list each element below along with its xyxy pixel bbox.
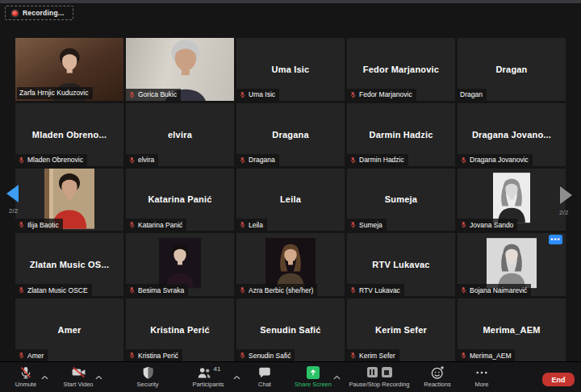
- participant-photo: [493, 173, 530, 223]
- participant-name-tag: RTV Lukavac: [347, 284, 404, 296]
- muted-mic-icon: [18, 221, 25, 228]
- muted-mic-icon: [239, 156, 246, 164]
- participant-name-label: Katarina Panić: [138, 221, 182, 229]
- tile-kristina-peri[interactable]: Kristina PerićKristina Perić: [126, 298, 234, 361]
- participants-caret-icon[interactable]: [233, 369, 240, 383]
- muted-mic-icon: [349, 352, 357, 359]
- tile-jovana-sando[interactable]: Jovana Sando: [458, 169, 566, 231]
- muted-mic-icon: [239, 286, 246, 294]
- muted-mic-icon: [18, 286, 25, 294]
- tile-ilija-baotic[interactable]: Ilija Baotic: [15, 169, 123, 231]
- recording-label: Recording...: [23, 9, 65, 17]
- participant-name-label: Dragan: [460, 90, 483, 98]
- participant-photo: [487, 238, 537, 288]
- participant-name-label: Leila: [249, 221, 263, 229]
- pause-stop-recording-button[interactable]: Pause/Stop Recording: [336, 362, 423, 392]
- participant-name-label: Fedor Marjanovic: [359, 90, 412, 98]
- toolbar-item-label: Pause/Stop Recording: [349, 381, 409, 388]
- mic-muted-icon: [19, 365, 33, 379]
- tile-dragana-jovanovic[interactable]: Dragana Jovano...Dragana Jovanovic: [458, 103, 566, 166]
- tile-rtv-lukavac[interactable]: RTV LukavacRTV Lukavac: [347, 233, 455, 296]
- tile-zlatan-music-osce[interactable]: Zlatan Music OS...Zlatan Music OSCE: [15, 233, 123, 296]
- tile-fedor-marjanovic[interactable]: Fedor MarjanovicFedor Marjanovic: [347, 38, 455, 101]
- tile-besima-svraka[interactable]: Besima Svraka: [126, 233, 234, 296]
- security-button[interactable]: Security: [126, 362, 169, 392]
- chat-button[interactable]: Chat: [247, 362, 282, 392]
- recording-dot-icon: [12, 10, 18, 16]
- participant-name-tag: Azra Berbic (she/her): [236, 284, 317, 296]
- tile-senudin-safi[interactable]: Senudin SafićSenudin Safić: [236, 298, 345, 361]
- tile-bojana-naimarevi[interactable]: Bojana Naimarević•••: [458, 233, 566, 296]
- participants-button[interactable]: 41Participants: [179, 362, 237, 392]
- participant-name-tag: Uma Isic: [236, 89, 279, 101]
- muted-mic-icon: [239, 352, 246, 359]
- muted-mic-icon: [349, 286, 357, 294]
- stop-recording-icon[interactable]: [382, 367, 392, 377]
- participant-name-label: Ilija Baotic: [27, 221, 59, 229]
- participant-name-tag: Sumeja: [347, 219, 387, 231]
- participant-name-tag: Mladen Obrenovic: [15, 154, 87, 166]
- muted-mic-icon: [349, 156, 357, 164]
- tile-dragana[interactable]: DraganaDragana: [236, 103, 345, 166]
- participant-name-label: Uma Isic: [249, 90, 275, 98]
- participant-name-tag: Senudin Safić: [236, 349, 295, 361]
- tile-mladen-obrenovic[interactable]: Mladen Obreno...Mladen Obrenovic: [15, 103, 123, 166]
- end-button[interactable]: End: [542, 373, 575, 386]
- participant-name-label: Zarfa Hrnjic Kuduzovic: [19, 89, 89, 97]
- meeting-toolbar: End UnmuteStart VideoSecurity41Participa…: [0, 361, 581, 392]
- muted-mic-icon: [239, 221, 246, 228]
- participant-name-label: Azra Berbic (she/her): [249, 286, 313, 294]
- tile-azra-berbic-she-her[interactable]: Azra Berbic (she/her): [236, 233, 345, 296]
- participant-name-tag: Besima Svraka: [126, 284, 188, 296]
- more-options-icon[interactable]: •••: [549, 235, 562, 244]
- tile-leila[interactable]: LeilaLeila: [236, 169, 345, 231]
- participant-name-label: Besima Svraka: [138, 286, 184, 294]
- participant-name-tag: Kristina Perić: [126, 349, 182, 361]
- participant-name-tag: Bojana Naimarević: [458, 284, 531, 296]
- participant-name-label: Kerim Sefer: [359, 352, 395, 360]
- more-icon: [474, 365, 489, 379]
- pause-stop-icon: [365, 365, 394, 379]
- window-top-strip: [0, 0, 581, 3]
- share-screen-icon: [307, 366, 320, 379]
- start-video-caret-icon[interactable]: [95, 369, 102, 383]
- tile-katarina-pani[interactable]: Katarina PanićKatarina Panić: [126, 169, 234, 231]
- tile-elvira[interactable]: elviraelvira: [126, 103, 234, 166]
- participant-name-tag: Zlatan Music OSCE: [15, 284, 92, 296]
- zoom-meeting-window: { "recording": { "label": "Recording..."…: [0, 0, 581, 392]
- toolbar-item-label: Start Video: [64, 381, 94, 388]
- tile-gorica-bukic[interactable]: Gorica Bukic: [126, 38, 234, 101]
- tile-sumeja[interactable]: SumejaSumeja: [347, 169, 455, 231]
- muted-mic-icon: [128, 156, 136, 164]
- muted-mic-icon: [460, 221, 467, 228]
- participant-name-tag: Gorica Bukic: [126, 89, 181, 101]
- tile-uma-isic[interactable]: Uma IsicUma Isic: [236, 38, 345, 101]
- tile-kerim-sefer[interactable]: Kerim SeferKerim Sefer: [347, 298, 455, 361]
- participant-name-label: Senudin Safić: [249, 352, 290, 360]
- participant-name-label: Jovana Sando: [470, 221, 513, 229]
- muted-mic-icon: [460, 352, 467, 359]
- next-page-arrow-icon[interactable]: [560, 186, 572, 204]
- prev-page-arrow-icon[interactable]: [6, 185, 19, 202]
- toolbar-item-label: Security: [136, 381, 158, 388]
- participant-name-label: Mladen Obrenovic: [27, 156, 83, 164]
- tile-darmin-hadzic[interactable]: Darmin HadzicDarmin Hadzic: [347, 103, 455, 166]
- tile-zarfa-hrnjic-kuduzovic[interactable]: Zarfa Hrnjic Kuduzovic: [15, 38, 123, 101]
- participant-name-tag: Dragana: [236, 154, 279, 166]
- tile-dragan[interactable]: DraganDragan: [458, 38, 566, 101]
- unmute-caret-icon[interactable]: [41, 369, 48, 383]
- participant-grid: Zarfa Hrnjic KuduzovicGorica BukicUma Is…: [15, 38, 566, 361]
- more-button[interactable]: More: [462, 362, 502, 392]
- toolbar-item-label: Participants: [192, 381, 224, 388]
- participant-name-label: Bojana Naimarević: [470, 286, 527, 294]
- tile-amer[interactable]: AmerAmer: [15, 298, 123, 361]
- participant-name-tag: Fedor Marjanovic: [347, 89, 416, 101]
- participant-name-label: Kristina Perić: [138, 352, 178, 360]
- unmute-button[interactable]: Unmute: [6, 362, 45, 392]
- participant-name-label: Dragana: [249, 156, 275, 164]
- participant-name-tag: Amer: [15, 349, 48, 361]
- tile-merima-aem[interactable]: Merima_AEMMerima_AEM: [458, 298, 566, 361]
- muted-mic-icon: [239, 91, 246, 98]
- reactions-button[interactable]: Reactions: [416, 362, 459, 392]
- pause-recording-icon[interactable]: [367, 367, 378, 377]
